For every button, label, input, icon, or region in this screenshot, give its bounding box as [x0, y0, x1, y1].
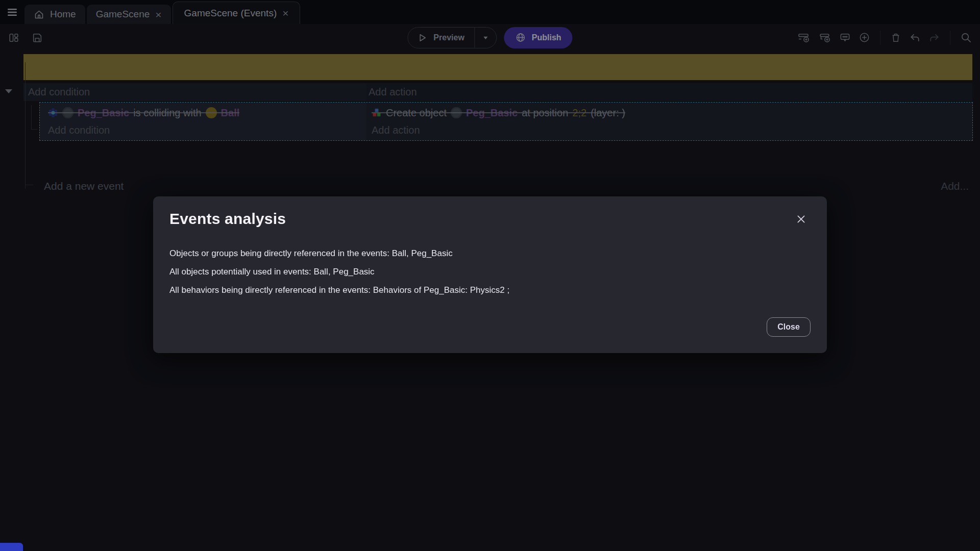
analysis-line: Objects or groups being directly referen… [169, 244, 811, 263]
analysis-line: All behaviors being directly referenced … [169, 281, 811, 299]
events-analysis-dialog: Events analysis Objects or groups being … [153, 196, 827, 353]
close-button[interactable]: Close [767, 317, 811, 337]
dialog-title: Events analysis [169, 210, 811, 228]
dialog-close-button[interactable] [794, 212, 808, 227]
dialog-body: Objects or groups being directly referen… [169, 244, 811, 299]
bottom-corner-widget[interactable] [0, 543, 23, 551]
close-icon [796, 214, 806, 224]
analysis-line: All objects potentially used in events: … [169, 263, 811, 281]
